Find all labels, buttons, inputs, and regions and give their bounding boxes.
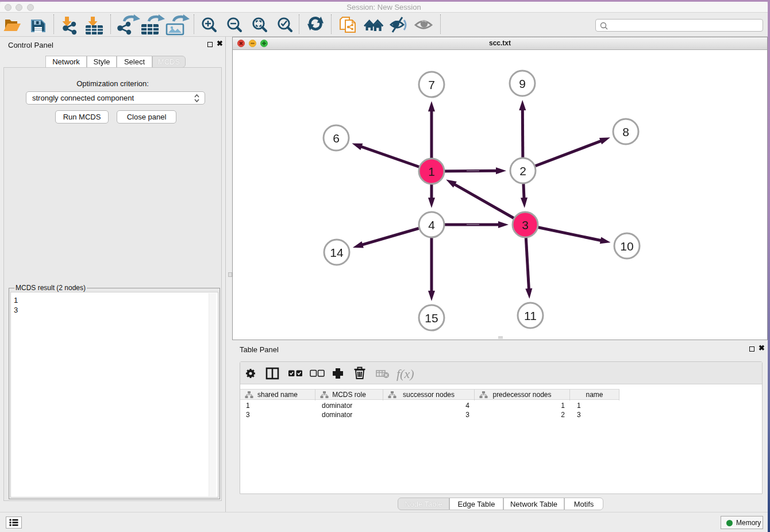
svg-text:11: 11: [524, 309, 537, 322]
svg-text:7: 7: [428, 78, 435, 91]
svg-text:15: 15: [425, 311, 438, 325]
svg-text:14: 14: [330, 246, 344, 259]
svg-text:3: 3: [522, 218, 529, 232]
svg-text:9: 9: [519, 77, 526, 90]
svg-text:f(x): f(x): [396, 367, 414, 381]
svg-text:4: 4: [428, 218, 435, 232]
svg-text:10: 10: [620, 240, 633, 253]
svg-text:6: 6: [333, 132, 340, 145]
svg-text:8: 8: [622, 125, 629, 138]
svg-text:1: 1: [428, 165, 435, 178]
svg-text:2: 2: [519, 164, 526, 178]
